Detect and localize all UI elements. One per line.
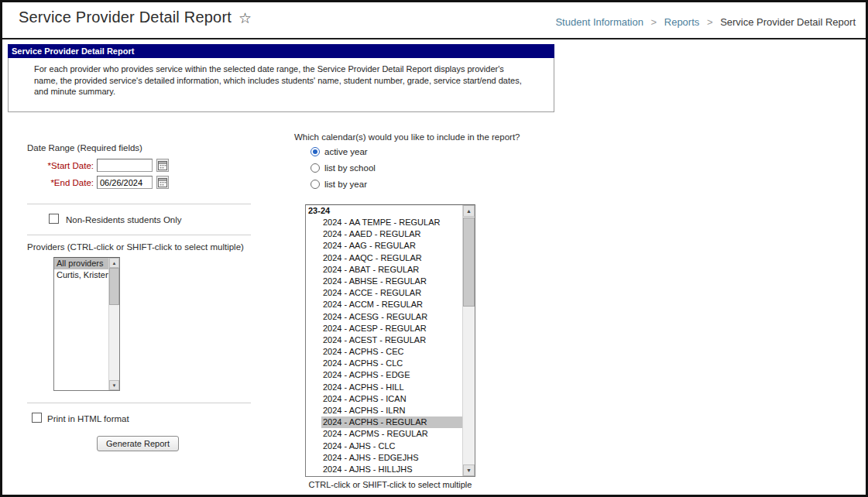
calendar-option-item[interactable]: 2024 - AAQC - REGULAR bbox=[306, 252, 463, 264]
calendar-option-item[interactable]: 2024 - ACEST - REGULAR bbox=[306, 334, 463, 346]
breadcrumb-separator: > bbox=[707, 16, 713, 28]
end-date-calendar-picker-icon[interactable] bbox=[156, 176, 169, 189]
scroll-down-icon[interactable]: ▼ bbox=[463, 464, 475, 476]
breadcrumb: Student Information > Reports > Service … bbox=[555, 16, 856, 28]
calendar-option-item[interactable]: 2024 - AAED - REGULAR bbox=[306, 228, 463, 240]
calendar-listbox[interactable]: 23-24 2024 - AA TEMPE - REGULAR 2024 - A… bbox=[305, 204, 475, 477]
calendar-items: 2024 - AA TEMPE - REGULAR 2024 - AAED - … bbox=[306, 217, 463, 475]
calendar-scope-option[interactable]: list by school bbox=[310, 163, 376, 173]
date-range-heading: Date Range (Required fields) bbox=[27, 143, 142, 153]
calendar-option-item[interactable]: 2024 - ABHSE - REGULAR bbox=[306, 276, 463, 287]
calendar-icon bbox=[158, 177, 167, 187]
providers-list: All providers Curtis, Kristen bbox=[54, 258, 109, 390]
calendar-option-item[interactable]: 2024 - ACPHS - CLC bbox=[306, 358, 463, 369]
radio-label: active year bbox=[324, 147, 368, 156]
calendar-option-item[interactable]: 2024 - ABAT - REGULAR bbox=[306, 264, 463, 276]
non-residents-label: Non-Residents students Only bbox=[66, 215, 182, 225]
calendar-list: 23-24 2024 - AA TEMPE - REGULAR 2024 - A… bbox=[306, 205, 463, 476]
divider bbox=[27, 204, 251, 204]
calendar-option-item[interactable]: 2024 - ACESG - REGULAR bbox=[306, 311, 463, 323]
radio-button-icon bbox=[310, 180, 320, 189]
page-title-wrap: Service Provider Detail Report ☆ bbox=[19, 9, 252, 26]
end-date-input[interactable] bbox=[97, 176, 153, 189]
calendar-option-item[interactable]: 2024 - AJHS - EDGEJHS bbox=[306, 452, 463, 464]
breadcrumb-student-information[interactable]: Student Information bbox=[555, 16, 643, 28]
calendar-icon bbox=[158, 160, 167, 170]
generate-report-button[interactable]: Generate Report bbox=[97, 436, 179, 451]
calendar-option-item[interactable]: 2024 - ACPHS - HILL bbox=[306, 382, 463, 393]
scrollbar-thumb[interactable] bbox=[463, 218, 475, 307]
page-title: Service Provider Detail Report bbox=[19, 9, 232, 26]
scroll-down-icon[interactable]: ▼ bbox=[109, 380, 119, 390]
start-date-label: *Start Date: bbox=[26, 161, 94, 170]
start-date-calendar-picker-icon[interactable] bbox=[156, 159, 169, 172]
providers-scrollbar[interactable]: ▲ ▼ bbox=[108, 258, 119, 390]
calendar-option-item[interactable]: 2024 - AAG - REGULAR bbox=[306, 240, 463, 252]
calendar-option-item[interactable]: 2024 - ACPMS - REGULAR bbox=[306, 428, 463, 440]
scroll-up-icon[interactable]: ▲ bbox=[463, 205, 475, 217]
breadcrumb-reports[interactable]: Reports bbox=[664, 16, 700, 28]
calendar-scope-option[interactable]: active year bbox=[310, 147, 376, 156]
section-title-bar: Service Provider Detail Report bbox=[8, 44, 554, 58]
start-date-input[interactable] bbox=[97, 159, 153, 172]
top-bar: Service Provider Detail Report ☆ Student… bbox=[2, 2, 866, 39]
calendar-option-item[interactable]: 2024 - ACPHS - ILRN bbox=[306, 405, 463, 416]
provider-option[interactable]: Curtis, Kristen bbox=[54, 269, 109, 281]
radio-button-icon bbox=[310, 163, 320, 173]
service-provider-detail-report-page: Service Provider Detail Report ☆ Student… bbox=[0, 0, 868, 497]
divider bbox=[27, 403, 251, 403]
scrollbar-thumb[interactable] bbox=[109, 268, 119, 305]
calendar-option-item[interactable]: 2024 - ACESP - REGULAR bbox=[306, 323, 463, 334]
calendar-scrollbar[interactable]: ▲ ▼ bbox=[462, 205, 475, 476]
calendar-option-item[interactable]: 2024 - ACCM - REGULAR bbox=[306, 299, 463, 310]
provider-option[interactable]: All providers bbox=[54, 258, 109, 269]
calendar-option-item[interactable]: 2024 - ACPHS - REGULAR bbox=[306, 416, 463, 428]
radio-label: list by school bbox=[324, 163, 376, 173]
breadcrumb-current-page: Service Provider Detail Report bbox=[720, 16, 856, 28]
print-html-label: Print in HTML format bbox=[47, 414, 129, 423]
breadcrumb-separator: > bbox=[651, 16, 657, 28]
calendar-option-item[interactable]: 2024 - ACPHS - EDGE bbox=[306, 369, 463, 381]
calendar-option-item[interactable]: 2024 - ACPHS - ICAN bbox=[306, 393, 463, 405]
calendar-question: Which calendar(s) would you like to incl… bbox=[294, 132, 520, 142]
divider bbox=[27, 235, 251, 235]
radio-button-icon bbox=[310, 147, 320, 156]
providers-listbox[interactable]: All providers Curtis, Kristen ▲ ▼ bbox=[53, 257, 120, 391]
favorite-star-icon[interactable]: ☆ bbox=[238, 11, 252, 26]
providers-heading: Providers (CTRL-click or SHIFT-click to … bbox=[27, 242, 244, 252]
report-description-box: For each provider who provides service w… bbox=[8, 58, 554, 112]
scroll-up-icon[interactable]: ▲ bbox=[109, 258, 119, 268]
end-date-label: *End Date: bbox=[26, 178, 94, 187]
report-description: For each provider who provides service w… bbox=[34, 63, 522, 98]
non-residents-checkbox[interactable] bbox=[49, 214, 59, 224]
calendar-scope-option[interactable]: list by year bbox=[310, 180, 376, 189]
calendar-option-item[interactable]: 2024 - AJHS - HILLJHS bbox=[306, 464, 463, 475]
radio-label: list by year bbox=[324, 180, 367, 189]
print-html-checkbox[interactable] bbox=[32, 413, 42, 423]
calendar-scope-options: active year list by school list by year bbox=[310, 147, 376, 189]
calendar-option-item[interactable]: 2024 - ACCE - REGULAR bbox=[306, 287, 463, 299]
calendar-option-item[interactable]: 2024 - AA TEMPE - REGULAR bbox=[306, 217, 463, 228]
calendar-option-item[interactable]: 2024 - AJHS - CLC bbox=[306, 440, 463, 452]
calendar-year-group-label: 23-24 bbox=[306, 205, 463, 217]
calendar-multiselect-hint: CTRL-click or SHIFT-click to select mult… bbox=[305, 480, 475, 489]
calendar-option-item[interactable]: 2024 - ACPHS - CEC bbox=[306, 346, 463, 358]
